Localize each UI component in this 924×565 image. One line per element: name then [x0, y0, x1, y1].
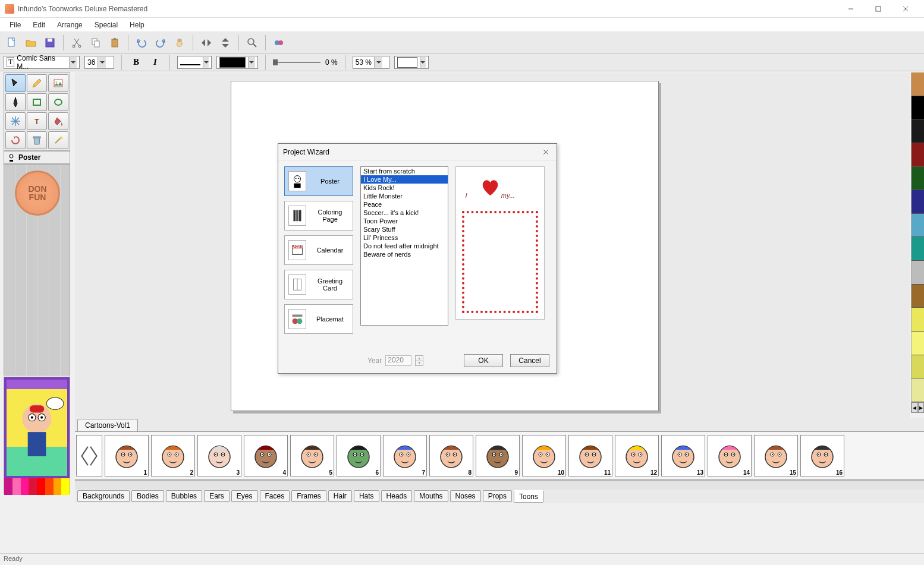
italic-button[interactable]: I	[148, 56, 162, 69]
category-tab[interactable]: Faces	[260, 490, 290, 502]
mini-swatch[interactable]	[54, 478, 62, 495]
minimize-button[interactable]	[837, 0, 865, 18]
mini-swatch[interactable]	[45, 478, 54, 495]
menu-help[interactable]: Help	[124, 19, 150, 31]
color-swatch[interactable]	[912, 355, 924, 379]
mini-swatch[interactable]	[4, 478, 12, 495]
flip-h-button[interactable]	[198, 34, 215, 51]
project-type-button[interactable]: Placemat	[284, 304, 353, 334]
opacity-slider[interactable]	[273, 62, 320, 63]
thumb-nav-arrows[interactable]	[76, 435, 102, 476]
zoom-combo[interactable]: 53 %	[353, 56, 389, 69]
cartoon-thumb[interactable]: 11	[568, 435, 612, 476]
color-swatch[interactable]	[912, 214, 924, 238]
size-combo[interactable]: 36	[84, 56, 114, 69]
cartoon-thumb[interactable]: 7	[383, 435, 427, 476]
template-item[interactable]: Toon Power	[361, 217, 448, 225]
pencil-tool[interactable]	[27, 74, 47, 92]
project-type-button[interactable]: Coloring Page	[284, 201, 353, 231]
project-type-button[interactable]: JanCalendar	[284, 235, 353, 265]
mini-swatch[interactable]	[29, 478, 37, 495]
template-item[interactable]: Little Monster	[361, 192, 448, 200]
category-tab[interactable]: Noses	[450, 490, 481, 502]
cartoon-thumb[interactable]: 5	[290, 435, 334, 476]
new-button[interactable]	[4, 34, 20, 51]
color-swatch[interactable]	[912, 190, 924, 214]
category-tab[interactable]: Toons	[514, 490, 543, 503]
scroll-right-icon[interactable]: ▸	[918, 402, 925, 413]
partner-button[interactable]	[271, 34, 287, 51]
template-item[interactable]: Peace	[361, 200, 448, 209]
year-input[interactable]: 2020	[385, 355, 411, 366]
mini-swatch[interactable]	[12, 478, 21, 495]
mini-swatch[interactable]	[21, 478, 29, 495]
rect-tool[interactable]	[27, 93, 47, 111]
color-swatch[interactable]	[912, 143, 924, 167]
cartoon-thumb[interactable]: 16	[800, 435, 844, 476]
rotate-tool[interactable]	[5, 131, 26, 149]
category-tab[interactable]: Mouths	[414, 490, 448, 502]
template-list[interactable]: Start from scratchI Love My...Kids Rock!…	[360, 166, 448, 326]
color-swatch[interactable]	[912, 72, 924, 96]
cartoon-thumb[interactable]: 2	[151, 435, 195, 476]
cartoon-thumb[interactable]: 6	[337, 435, 381, 476]
line-color-combo[interactable]	[216, 56, 258, 69]
template-item[interactable]: Do not feed after midnight	[361, 242, 448, 250]
template-item[interactable]: Scary Stuff	[361, 225, 448, 233]
bold-button[interactable]: B	[129, 56, 143, 69]
category-tab[interactable]: Bodies	[131, 490, 164, 502]
cancel-button[interactable]: Cancel	[510, 354, 549, 367]
thumb-scrollbar[interactable]	[75, 480, 924, 490]
wand-tool[interactable]	[48, 131, 68, 149]
close-button[interactable]	[892, 0, 919, 18]
template-item[interactable]: I Love My...	[361, 175, 448, 184]
pen-tool[interactable]	[5, 93, 26, 111]
category-tab[interactable]: Bubbles	[166, 490, 202, 502]
fill-tool[interactable]	[48, 112, 68, 130]
fill-combo[interactable]	[394, 56, 429, 69]
ellipse-tool[interactable]	[48, 93, 68, 111]
font-combo[interactable]: T Comic Sans M...	[4, 56, 80, 69]
category-tab[interactable]: Hair	[328, 490, 352, 502]
color-swatch[interactable]	[912, 119, 924, 143]
text-tool[interactable]: T	[27, 112, 47, 130]
save-button[interactable]	[42, 34, 58, 51]
trash-tool[interactable]	[27, 131, 47, 149]
category-tab[interactable]: Eyes	[231, 490, 258, 502]
project-type-button[interactable]: Poster	[284, 166, 353, 196]
color-swatch[interactable]	[912, 167, 924, 191]
cartoon-thumb[interactable]: 15	[754, 435, 798, 476]
cartoon-thumb[interactable]: 10	[522, 435, 566, 476]
mini-swatch[interactable]	[61, 478, 70, 495]
scroll-left-icon[interactable]: ◂	[912, 402, 918, 413]
ok-button[interactable]: OK	[464, 354, 503, 367]
cut-button[interactable]	[68, 34, 85, 51]
template-item[interactable]: Start from scratch	[361, 167, 448, 175]
cartoon-thumb[interactable]: 8	[429, 435, 473, 476]
category-tab[interactable]: Hats	[354, 490, 379, 502]
menu-arrange[interactable]: Arrange	[51, 19, 89, 31]
undo-button[interactable]	[133, 34, 150, 51]
template-item[interactable]: Soccer... it's a kick!	[361, 209, 448, 217]
category-tab[interactable]: Backgrounds	[77, 490, 130, 502]
library-tab[interactable]: Cartoons-Vol1	[77, 419, 138, 431]
cartoon-thumb[interactable]: 1	[105, 435, 149, 476]
color-swatch[interactable]	[912, 96, 924, 120]
category-tab[interactable]: Props	[483, 490, 512, 502]
cartoon-thumb[interactable]: 4	[244, 435, 288, 476]
template-item[interactable]: Lil' Princess	[361, 233, 448, 242]
color-swatch[interactable]	[912, 285, 924, 308]
project-type-button[interactable]: Greeting Card	[284, 270, 353, 299]
hand-button[interactable]	[171, 34, 188, 51]
cartoon-thumb[interactable]: 13	[661, 435, 705, 476]
color-swatch[interactable]	[912, 378, 924, 402]
snowflake-tool[interactable]	[5, 112, 26, 130]
year-spinner[interactable]: ▲▼	[415, 355, 423, 366]
dialog-close-button[interactable]	[540, 146, 552, 158]
category-tab[interactable]: Heads	[381, 490, 413, 502]
category-tab[interactable]: Ears	[204, 490, 230, 502]
copy-button[interactable]	[87, 34, 104, 51]
mini-swatch[interactable]	[37, 478, 45, 495]
template-item[interactable]: Kids Rock!	[361, 184, 448, 192]
mini-palette[interactable]	[4, 478, 70, 495]
